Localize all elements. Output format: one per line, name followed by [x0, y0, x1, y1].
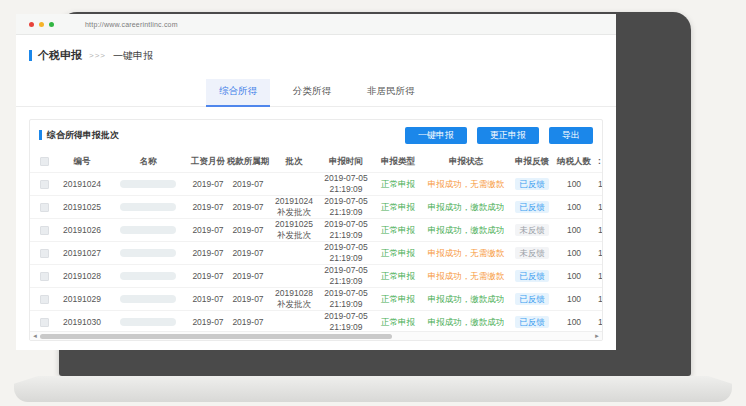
table-row: 201910242019-072019-072019-07-0521:19:09… [30, 172, 602, 195]
page-title: 个税申报 [38, 48, 82, 63]
cell-feedback: 已反馈 [510, 316, 554, 329]
select-all-cell [30, 157, 58, 166]
time-clock: 21:19:09 [318, 276, 374, 287]
feedback-badge: 已反馈 [515, 201, 549, 214]
time-date: 2019-07-05 [318, 196, 374, 207]
time-clock: 21:19:09 [318, 184, 374, 195]
horizontal-scrollbar[interactable]: ◄ ► [30, 331, 602, 340]
tab-comprehensive-income[interactable]: 综合所得 [206, 79, 270, 107]
cell-declare-time: 2019-07-0521:19:09 [318, 173, 374, 194]
cell-clipped-value: 11 [594, 179, 602, 190]
cell-declare-status: 申报成功，无需缴款 [422, 248, 510, 259]
cell-id: 20191029 [58, 294, 106, 305]
feedback-badge: 未反馈 [515, 247, 549, 260]
scrollbar-thumb[interactable] [40, 334, 392, 339]
row-checkbox[interactable] [40, 318, 49, 327]
declare-type-badge: 正常申报 [374, 271, 422, 282]
row-checkbox-cell [30, 295, 58, 304]
cell-salary-month: 2019-07 [190, 248, 226, 259]
cell-feedback: 已反馈 [510, 293, 554, 306]
time-clock: 21:19:09 [318, 299, 374, 310]
traffic-light-zoom-icon[interactable] [49, 22, 54, 27]
cell-declare-type: 正常申报 [374, 179, 422, 190]
row-checkbox[interactable] [40, 249, 49, 258]
scroll-left-arrow-icon[interactable]: ◄ [32, 333, 38, 339]
cell-batch: 20191025补发批次 [270, 219, 318, 240]
time-clock: 21:19:09 [318, 253, 374, 264]
cell-clipped-value: 11 [594, 294, 602, 305]
cell-declare-status: 申报成功，缴款成功 [422, 294, 510, 305]
table-row: 201910292019-072019-0720191028补发批次2019-0… [30, 287, 602, 310]
cell-taxpayer-count: 100 [554, 317, 594, 328]
cell-salary-month: 2019-07 [190, 294, 226, 305]
traffic-light-close-icon[interactable] [29, 22, 34, 27]
time-date: 2019-07-05 [318, 265, 374, 276]
browser-chrome: http://www.careerintlinc.com [16, 14, 616, 35]
cell-feedback: 未反馈 [510, 224, 554, 237]
tab-nonresident-income[interactable]: 非居民所得 [354, 79, 428, 107]
name-redacted-pill [120, 226, 176, 234]
cell-declare-time: 2019-07-0521:19:09 [318, 265, 374, 286]
correct-declare-button[interactable]: 更正申报 [477, 127, 539, 144]
cell-declare-type: 正常申报 [374, 294, 422, 305]
feedback-badge: 已反馈 [515, 316, 549, 329]
address-bar-url[interactable]: http://www.careerintlinc.com [85, 21, 178, 28]
row-checkbox[interactable] [40, 203, 49, 212]
cell-clipped-value: 11 [594, 202, 602, 213]
cell-salary-month: 2019-07 [190, 179, 226, 190]
cell-salary-month: 2019-07 [190, 202, 226, 213]
col-header-batch: 批次 [270, 156, 318, 167]
one-click-declare-button[interactable]: 一键申报 [405, 127, 467, 144]
cell-declare-time: 2019-07-0521:19:09 [318, 219, 374, 240]
row-checkbox[interactable] [40, 226, 49, 235]
feedback-badge: 未反馈 [515, 224, 549, 237]
traffic-light-minimize-icon[interactable] [39, 22, 44, 27]
cell-tax-period: 2019-07 [226, 317, 270, 328]
cell-taxpayer-count: 100 [554, 271, 594, 282]
cell-declare-type: 正常申报 [374, 202, 422, 213]
scroll-right-arrow-icon[interactable]: ► [594, 333, 600, 339]
row-checkbox-cell [30, 203, 58, 212]
declare-type-badge: 正常申报 [374, 317, 422, 328]
name-redacted-pill [120, 295, 176, 303]
tab-classified-income[interactable]: 分类所得 [280, 79, 344, 107]
time-date: 2019-07-05 [318, 311, 374, 322]
select-all-checkbox[interactable] [40, 157, 49, 166]
cell-salary-month: 2019-07 [190, 271, 226, 282]
feedback-badge: 已反馈 [515, 293, 549, 306]
cell-id: 20191024 [58, 179, 106, 190]
col-header-clipped: : [594, 156, 602, 167]
laptop-base [14, 376, 732, 402]
cell-batch: 20191024补发批次 [270, 196, 318, 217]
cell-taxpayer-count: 100 [554, 225, 594, 236]
table-row: 201910302019-072019-072019-07-0521:19:09… [30, 310, 602, 333]
cell-declare-status: 申报成功，缴款成功 [422, 317, 510, 328]
row-checkbox[interactable] [40, 295, 49, 304]
cell-feedback: 已反馈 [510, 270, 554, 283]
declare-type-badge: 正常申报 [374, 248, 422, 259]
cell-declare-status: 申报成功，无需缴款 [422, 271, 510, 282]
batch-table: 编号 名称 工资月份 税款所属期 批次 申报时间 申报类型 申报状态 申报反馈 … [30, 150, 602, 333]
table-row: 201910282019-072019-072019-07-0521:19:09… [30, 264, 602, 287]
cell-taxpayer-count: 100 [554, 294, 594, 305]
laptop-screen: http://www.careerintlinc.com 个税申报 >>> 一键… [16, 14, 616, 350]
export-button[interactable]: 导出 [549, 127, 593, 144]
cell-salary-month: 2019-07 [190, 225, 226, 236]
cell-declare-time: 2019-07-0521:19:09 [318, 242, 374, 263]
cell-tax-period: 2019-07 [226, 225, 270, 236]
row-checkbox[interactable] [40, 180, 49, 189]
title-accent-bar [29, 50, 32, 61]
row-checkbox[interactable] [40, 272, 49, 281]
cell-name [106, 226, 190, 234]
time-date: 2019-07-05 [318, 242, 374, 253]
batch-number: 20191024 [270, 196, 318, 207]
declare-batch-panel: 综合所得申报批次 一键申报 更正申报 导出 编号 名称 工资月份 税款所属期 批… [29, 119, 603, 341]
cell-declare-status: 申报成功，缴款成功 [422, 225, 510, 236]
name-redacted-pill [120, 249, 176, 257]
table-body: 201910242019-072019-072019-07-0521:19:09… [30, 172, 602, 333]
cell-id: 20191026 [58, 225, 106, 236]
feedback-badge: 已反馈 [515, 178, 549, 191]
cell-taxpayer-count: 100 [554, 202, 594, 213]
col-header-name: 名称 [106, 156, 190, 167]
row-checkbox-cell [30, 180, 58, 189]
